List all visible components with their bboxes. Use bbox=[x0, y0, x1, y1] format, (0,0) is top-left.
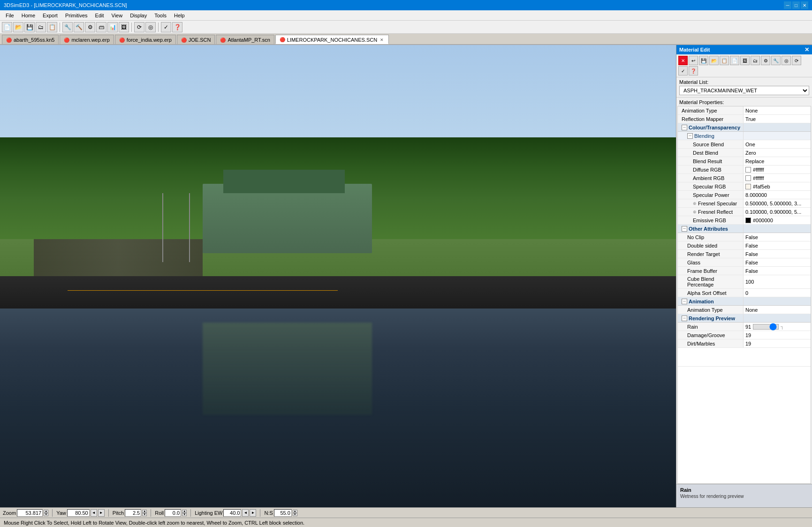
prop-row-colour-section[interactable]: ─Colour/Transparency bbox=[678, 123, 811, 132]
maximize-button[interactable]: □ bbox=[792, 1, 800, 9]
prop-row-animation-type-top[interactable]: Animation Type None bbox=[678, 106, 811, 115]
prop-row-alpha-sort[interactable]: Alpha Sort Offset 0 bbox=[678, 289, 811, 297]
menu-edit[interactable]: Edit bbox=[91, 12, 108, 19]
prop-row-blend-result[interactable]: Blend Result Replace bbox=[678, 157, 811, 166]
toolbar-btn-13[interactable]: ◎ bbox=[145, 22, 156, 32]
tab-limerockpark[interactable]: 🔴 LIMEROCKPARK_NOCHICANES.SCN ✕ bbox=[275, 35, 389, 44]
panel-btn-copy[interactable]: 📋 bbox=[720, 56, 729, 65]
prop-row-rendering-section[interactable]: ─Rendering Preview bbox=[678, 314, 811, 323]
save-button[interactable]: 💾 bbox=[24, 22, 35, 32]
toolbar-btn-14[interactable]: ✓ bbox=[161, 22, 171, 32]
prop-row-ambient-rgb[interactable]: Ambient RGB #ffffff bbox=[678, 174, 811, 182]
panel-btn-7[interactable]: 🗂 bbox=[751, 56, 760, 65]
toolbar-btn-11[interactable]: 🖼 bbox=[119, 22, 129, 32]
prop-row-specular-rgb[interactable]: Specular RGB #faf5eb bbox=[678, 182, 811, 191]
tab-abarth[interactable]: 🔴 abarth_595ss.kn5 bbox=[2, 35, 59, 44]
prop-row-specular-power[interactable]: Specular Power 8.000000 bbox=[678, 191, 811, 199]
toolbar-btn-10[interactable]: 📊 bbox=[107, 22, 118, 32]
tab-joe[interactable]: 🔴 JOE.SCN bbox=[177, 35, 215, 44]
toolbar-btn-4[interactable]: 🗂 bbox=[36, 22, 46, 32]
pitch-down[interactable]: ▼ bbox=[142, 513, 147, 516]
panel-btn-save[interactable]: 💾 bbox=[699, 56, 708, 65]
lighting-input[interactable] bbox=[223, 509, 241, 517]
toolbar-btn-7[interactable]: 🔨 bbox=[74, 22, 84, 32]
zoom-down[interactable]: ▼ bbox=[44, 513, 48, 516]
expand-fresnel-reflect[interactable]: ⊕ bbox=[693, 210, 697, 214]
toolbar-btn-15[interactable]: ❓ bbox=[172, 22, 182, 32]
panel-btn-6[interactable]: 🖼 bbox=[740, 56, 750, 65]
menu-export[interactable]: Export bbox=[39, 12, 61, 19]
lighting-right[interactable]: ► bbox=[250, 509, 256, 517]
roll-down[interactable]: ▼ bbox=[182, 513, 187, 516]
prop-row-glass[interactable]: Glass False bbox=[678, 258, 811, 267]
prop-row-rain[interactable]: Rain 91 ┐ bbox=[678, 323, 811, 331]
toolbar-btn-12[interactable]: ⟳ bbox=[134, 22, 144, 32]
collapse-blending[interactable]: ─ bbox=[687, 133, 693, 139]
prop-row-animation-section[interactable]: ─Animation bbox=[678, 297, 811, 306]
new-button[interactable]: 📄 bbox=[2, 22, 12, 32]
ns-down[interactable]: ▼ bbox=[293, 513, 297, 516]
tab-forceindia[interactable]: 🔴 force_india.wep.erp bbox=[115, 35, 176, 44]
menu-view[interactable]: View bbox=[108, 12, 127, 19]
prop-row-reflection-mapper[interactable]: Reflection Mapper True bbox=[678, 115, 811, 123]
toolbar-btn-6[interactable]: 🔧 bbox=[62, 22, 73, 32]
lighting-left[interactable]: ◄ bbox=[242, 509, 249, 517]
ns-up[interactable]: ▲ bbox=[293, 510, 297, 513]
pitch-input[interactable] bbox=[125, 509, 141, 517]
tab-mclaren[interactable]: 🔴 mclaren.wep.erp bbox=[60, 35, 114, 44]
menu-file[interactable]: File bbox=[2, 12, 18, 19]
collapse-colour[interactable]: ─ bbox=[682, 125, 687, 130]
tab-limerockpark-close[interactable]: ✕ bbox=[379, 37, 385, 43]
panel-btn-11[interactable]: ⟳ bbox=[792, 56, 801, 65]
zoom-input[interactable] bbox=[17, 509, 43, 517]
toolbar-btn-8[interactable]: ⚙ bbox=[85, 22, 95, 32]
panel-btn-undo[interactable]: ↩ bbox=[689, 56, 698, 65]
panel-btn-10[interactable]: ◎ bbox=[782, 56, 791, 65]
roll-input[interactable] bbox=[165, 509, 181, 517]
prop-row-source-blend[interactable]: Source Blend One bbox=[678, 140, 811, 149]
prop-row-blending[interactable]: ─Blending bbox=[678, 132, 811, 140]
roll-up[interactable]: ▲ bbox=[182, 510, 187, 513]
open-button[interactable]: 📂 bbox=[13, 22, 23, 32]
prop-row-dest-blend[interactable]: Dest Blend Zero bbox=[678, 149, 811, 157]
material-list-select[interactable]: ASPH_TRACKMAINNEW_WET bbox=[679, 86, 809, 95]
collapse-rendering[interactable]: ─ bbox=[682, 316, 687, 321]
toolbar-btn-5[interactable]: 📋 bbox=[47, 22, 57, 32]
prop-row-cube-blend[interactable]: Cube Blend Percentage 100 bbox=[678, 275, 811, 289]
close-button[interactable]: ✕ bbox=[801, 1, 808, 9]
panel-btn-close[interactable]: ✕ bbox=[678, 56, 688, 65]
viewport[interactable] bbox=[0, 45, 676, 507]
tab-atlantamp[interactable]: 🔴 AtlantaMP_RT.scn bbox=[216, 35, 274, 44]
menu-display[interactable]: Display bbox=[126, 12, 151, 19]
menu-home[interactable]: Home bbox=[18, 12, 39, 19]
yaw-left[interactable]: ◄ bbox=[91, 509, 97, 517]
prop-row-diffuse-rgb[interactable]: Diffuse RGB #ffffff bbox=[678, 166, 811, 174]
yaw-input[interactable] bbox=[67, 509, 90, 517]
panel-btn-open[interactable]: 📂 bbox=[709, 56, 719, 65]
panel-btn-check[interactable]: ✓ bbox=[678, 66, 688, 75]
panel-btn-8[interactable]: ⚙ bbox=[761, 56, 770, 65]
ns-input[interactable] bbox=[274, 509, 292, 517]
prop-row-render-target[interactable]: Render Target False bbox=[678, 250, 811, 258]
panel-btn-help[interactable]: ❓ bbox=[689, 66, 698, 75]
collapse-other[interactable]: ─ bbox=[682, 226, 687, 232]
expand-fresnel-specular[interactable]: ⊕ bbox=[693, 201, 697, 206]
prop-row-damage-groove[interactable]: Damage/Groove 19 bbox=[678, 331, 811, 339]
menu-help[interactable]: Help bbox=[170, 12, 189, 19]
prop-row-animation-type[interactable]: Animation Type None bbox=[678, 306, 811, 314]
prop-row-no-clip[interactable]: No Clip False bbox=[678, 233, 811, 241]
yaw-right[interactable]: ► bbox=[98, 509, 105, 517]
menu-primitives[interactable]: Primitives bbox=[61, 12, 91, 19]
prop-row-frame-buffer[interactable]: Frame Buffer False bbox=[678, 267, 811, 275]
panel-btn-paste[interactable]: 📄 bbox=[730, 56, 739, 65]
collapse-animation[interactable]: ─ bbox=[682, 299, 687, 304]
toolbar-btn-9[interactable]: 🗃 bbox=[96, 22, 106, 32]
prop-row-fresnel-reflect[interactable]: ⊕Fresnel Reflect 0.100000, 0.900000, 5..… bbox=[678, 208, 811, 216]
pitch-up[interactable]: ▲ bbox=[142, 510, 147, 513]
panel-btn-9[interactable]: 🔧 bbox=[771, 56, 781, 65]
panel-close-button[interactable]: ✕ bbox=[804, 46, 809, 53]
prop-row-fresnel-specular[interactable]: ⊕Fresnel Specular 0.500000, 5.000000, 3.… bbox=[678, 199, 811, 208]
rain-slider[interactable] bbox=[753, 324, 779, 330]
prop-row-emissive-rgb[interactable]: Emissive RGB #000000 bbox=[678, 216, 811, 225]
minimize-button[interactable]: ─ bbox=[784, 1, 791, 9]
